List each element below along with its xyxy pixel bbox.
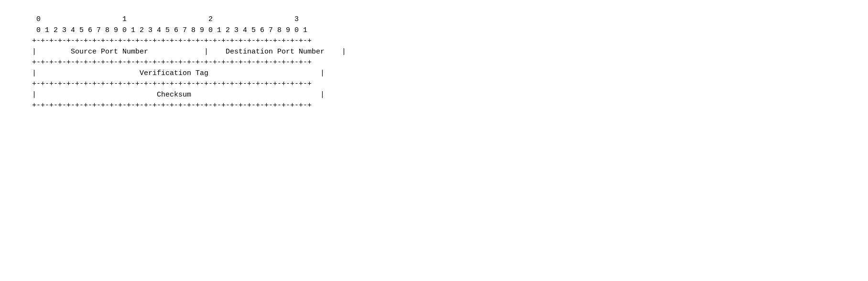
bit-numbers-row1: 0 1 2 3 bbox=[19, 15, 299, 23]
packet-diagram: 0 1 2 3 0 1 2 3 4 5 6 7 8 9 0 1 2 3 4 5 … bbox=[19, 14, 346, 111]
bit-numbers-row2: 0 1 2 3 4 5 6 7 8 9 0 1 2 3 4 5 6 7 8 9 … bbox=[19, 26, 307, 34]
row-source-dest: | Source Port Number | Destination Port … bbox=[19, 48, 346, 56]
border-bottom: +-+-+-+-+-+-+-+-+-+-+-+-+-+-+-+-+-+-+-+-… bbox=[19, 101, 312, 109]
border-3: +-+-+-+-+-+-+-+-+-+-+-+-+-+-+-+-+-+-+-+-… bbox=[19, 80, 312, 88]
border-2: +-+-+-+-+-+-+-+-+-+-+-+-+-+-+-+-+-+-+-+-… bbox=[19, 58, 312, 66]
border-top: +-+-+-+-+-+-+-+-+-+-+-+-+-+-+-+-+-+-+-+-… bbox=[19, 37, 312, 45]
row-checksum: | Checksum | bbox=[19, 91, 325, 99]
row-verification: | Verification Tag | bbox=[19, 69, 325, 77]
